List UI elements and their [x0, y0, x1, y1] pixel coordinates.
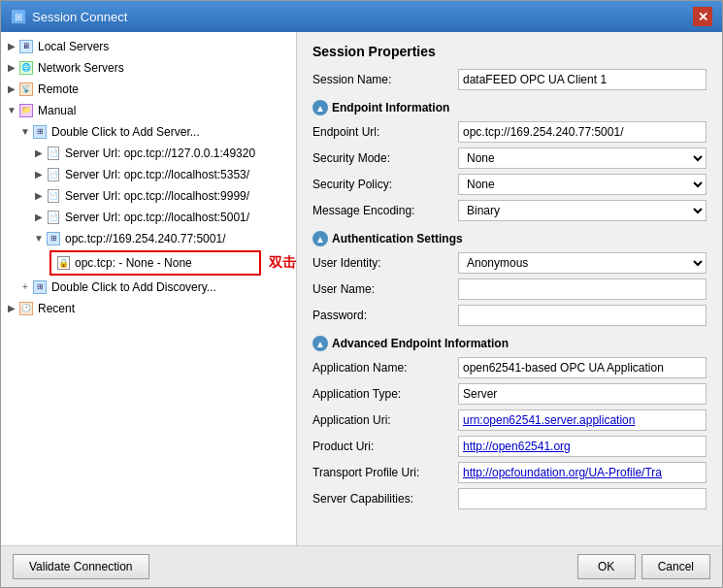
expand-icon-add-server: ▼ [18, 123, 32, 141]
message-encoding-select[interactable]: Binary XML [458, 200, 707, 221]
opc-parent-icon: ⊞ [46, 231, 61, 246]
expand-icon-remote: ▶ [5, 81, 18, 98]
endpoint-url-row: Endpoint Url: [312, 121, 707, 143]
app-name-row: Application Name: [312, 357, 707, 378]
security-policy-row: Security Policy: None Basic128Rsa15 Basi… [312, 174, 707, 195]
manual-icon: 📁 [18, 103, 34, 118]
app-type-row: Application Type: [312, 383, 707, 405]
title-bar-left: ⊞ Session Connect [11, 9, 127, 24]
left-panel: ▶ 🖥 Local Servers ▶ 🌐 Network Servers ▶ … [1, 32, 297, 545]
transport-profile-row: Transport Profile Uri: http://opcfoundat… [312, 462, 707, 483]
transport-profile-label: Transport Profile Uri: [312, 466, 458, 479]
message-encoding-row: Message Encoding: Binary XML [312, 200, 707, 221]
advanced-section-icon: ▲ [312, 336, 328, 351]
dialog-body: ▶ 🖥 Local Servers ▶ 🌐 Network Servers ▶ … [1, 32, 722, 545]
tree-item-server-url-3[interactable]: ▶ 📄 Server Url: opc.tcp://localhost:9999… [1, 185, 296, 207]
session-connect-dialog: ⊞ Session Connect ✕ ▶ 🖥 Local Servers ▶ … [0, 0, 723, 588]
tree-item-opc-parent[interactable]: ▼ ⊞ opc.tcp://169.254.240.77:5001/ [1, 228, 296, 249]
button-bar: Validate Connection OK Cancel [1, 545, 722, 587]
local-servers-label: Local Servers [38, 38, 109, 55]
server-url-2-icon: 📄 [46, 167, 61, 182]
tree-item-server-url-4[interactable]: ▶ 📄 Server Url: opc.tcp://localhost:5001… [1, 207, 296, 228]
validate-button[interactable]: Validate Connection [13, 554, 149, 579]
app-name-input[interactable] [458, 357, 707, 378]
expand-recent: ▶ [5, 300, 18, 317]
expand-discovery: + [18, 278, 32, 296]
server-capabilities-input[interactable] [458, 488, 707, 509]
expand-icon-manual: ▼ [5, 102, 18, 119]
tree-item-add-discovery[interactable]: + ⊞ Double Click to Add Discovery... [1, 277, 296, 298]
dialog-title: Session Connect [32, 10, 127, 24]
network-servers-icon: 🌐 [18, 60, 34, 76]
app-uri-value: urn:open62541.server.application [458, 409, 707, 431]
server-url-1-label: Server Url: opc.tcp://127.0.0.1:49320 [65, 145, 255, 162]
user-identity-select[interactable]: Anonymous Username Certificate [458, 252, 707, 274]
close-button[interactable]: ✕ [693, 7, 712, 26]
add-server-label: Double Click to Add Server... [51, 123, 200, 141]
endpoint-url-input[interactable] [458, 121, 707, 143]
server-url-3-icon: 📄 [46, 188, 61, 204]
security-mode-row: Security Mode: None Sign SignAndEncrypt [312, 147, 707, 169]
password-row: Password: [312, 305, 707, 326]
tree-item-local-servers[interactable]: ▶ 🖥 Local Servers [1, 36, 296, 57]
ok-button[interactable]: OK [577, 554, 636, 579]
network-servers-label: Network Servers [38, 59, 124, 77]
server-url-1-icon: 📄 [46, 146, 61, 161]
tree-item-remote[interactable]: ▶ 📡 Remote [1, 79, 296, 100]
endpoint-section-header: ▲ Endpoint Information [312, 100, 707, 115]
opc-child-label: opc.tcp: - None - None [75, 254, 192, 272]
security-mode-select[interactable]: None Sign SignAndEncrypt [458, 147, 707, 169]
product-uri-label: Product Uri: [312, 440, 458, 453]
user-identity-row: User Identity: Anonymous Username Certif… [312, 252, 707, 274]
password-label: Password: [312, 309, 458, 322]
username-input[interactable] [458, 278, 707, 300]
endpoint-section-icon: ▲ [312, 100, 328, 115]
auth-section-header: ▲ Authentication Settings [312, 231, 707, 246]
advanced-section-header: ▲ Advanced Endpoint Information [312, 336, 707, 351]
security-policy-select[interactable]: None Basic128Rsa15 Basic256 Basic256Sha2… [458, 174, 707, 195]
annotation-double-click: 双击 [269, 254, 296, 272]
recent-label: Recent [38, 300, 75, 317]
auth-section-icon: ▲ [312, 231, 328, 246]
remote-icon: 📡 [18, 82, 34, 97]
tree-item-server-url-2[interactable]: ▶ 📄 Server Url: opc.tcp://localhost:5353… [1, 164, 296, 185]
cancel-button[interactable]: Cancel [641, 554, 710, 579]
session-name-input[interactable] [458, 69, 707, 90]
tree-item-manual[interactable]: ▼ 📁 Manual [1, 100, 296, 121]
tree-item-recent[interactable]: ▶ 🕐 Recent [1, 298, 296, 319]
tree-item-server-url-1[interactable]: ▶ 📄 Server Url: opc.tcp://127.0.0.1:4932… [1, 143, 296, 164]
product-uri-value: http://open62541.org [458, 436, 707, 457]
auth-section-label: Authentication Settings [332, 232, 463, 245]
username-label: User Name: [312, 282, 458, 296]
server-url-4-label: Server Url: opc.tcp://localhost:5001/ [65, 209, 249, 226]
app-uri-label: Application Uri: [312, 413, 458, 427]
server-url-3-label: Server Url: opc.tcp://localhost:9999/ [65, 187, 249, 205]
server-url-4-icon: 📄 [46, 210, 61, 225]
properties-title: Session Properties [312, 44, 707, 59]
title-bar: ⊞ Session Connect ✕ [1, 1, 722, 32]
transport-profile-value: http://opcfoundation.org/UA-Profile/Tra [458, 462, 707, 483]
app-type-label: Application Type: [312, 387, 458, 401]
security-mode-label: Security Mode: [312, 151, 458, 165]
app-type-input[interactable] [458, 383, 707, 405]
expand-s2: ▶ [32, 166, 46, 183]
add-discovery-icon: ⊞ [32, 279, 48, 295]
user-identity-label: User Identity: [312, 256, 458, 270]
local-servers-icon: 🖥 [18, 39, 34, 54]
tree-item-opc-child[interactable]: 🔒 opc.tcp: - None - None [49, 250, 261, 276]
expand-icon-local: ▶ [5, 38, 18, 55]
opc-parent-label: opc.tcp://169.254.240.77:5001/ [65, 230, 225, 247]
expand-s3: ▶ [32, 187, 46, 205]
endpoint-section-label: Endpoint Information [332, 101, 449, 114]
username-row: User Name: [312, 278, 707, 300]
password-input[interactable] [458, 305, 707, 326]
opc-child-icon: 🔒 [55, 255, 71, 271]
endpoint-url-label: Endpoint Url: [312, 125, 458, 139]
tree-item-network-servers[interactable]: ▶ 🌐 Network Servers [1, 57, 296, 79]
recent-icon: 🕐 [18, 301, 34, 316]
tree-item-add-server[interactable]: ▼ ⊞ Double Click to Add Server... [1, 121, 296, 143]
expand-s4: ▶ [32, 209, 46, 226]
remote-label: Remote [38, 81, 79, 98]
manual-label: Manual [38, 102, 76, 119]
server-url-2-label: Server Url: opc.tcp://localhost:5353/ [65, 166, 249, 183]
